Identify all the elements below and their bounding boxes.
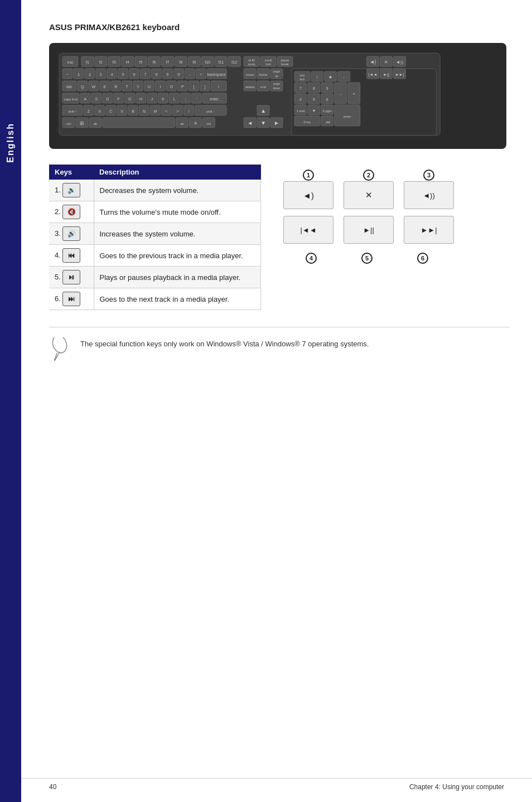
svg-text:ctrl: ctrl <box>66 122 71 125</box>
svg-text:0: 0 <box>178 73 180 76</box>
content-section: Keys Description 1. 🔉Decreases the syste… <box>49 165 510 310</box>
diagram-cell-3: 3 ◄)) <box>404 181 454 209</box>
svg-text:>: > <box>176 109 178 113</box>
svg-text:enter: enter <box>210 97 219 101</box>
diagram-icon-6: ►►| <box>420 226 437 234</box>
svg-text:-: - <box>340 91 341 96</box>
note-section: The special function keys only work on W… <box>49 327 510 366</box>
svg-text:<: < <box>165 109 167 113</box>
diagram-icon-5: ►|| <box>363 226 374 234</box>
svg-text:/: / <box>188 109 189 113</box>
svg-text:P: P <box>181 85 184 89</box>
svg-text:caps lock: caps lock <box>64 98 78 101</box>
svg-text:I: I <box>160 85 161 89</box>
svg-text:3 pgm: 3 pgm <box>322 109 332 113</box>
table-row: 5. ⏯Plays or pauses playback in a media … <box>49 267 261 288</box>
svg-text:1: 1 <box>78 73 80 76</box>
svg-text:/: / <box>317 75 318 79</box>
mute-icon: 🔇 <box>62 205 80 219</box>
svg-text:ctrl: ctrl <box>206 122 211 125</box>
keyboard-image: esc f1 f2 f3 f4 f5 f6 f7 f8 f9 f10 f11 <box>49 43 506 149</box>
table-cell-description: Turns the volume's mute mode on/off. <box>94 201 261 223</box>
svg-text:tab: tab <box>66 85 72 89</box>
svg-text:D: D <box>106 97 109 101</box>
svg-text:lock: lock <box>265 62 271 66</box>
svg-text:shift ↑: shift ↑ <box>68 110 77 113</box>
note-icon <box>49 337 71 366</box>
footer-page-num: 40 <box>49 783 56 791</box>
svg-text:4: 4 <box>299 98 302 102</box>
svg-text:alt: alt <box>94 122 98 125</box>
svg-text:f4: f4 <box>126 60 129 64</box>
table-cell-num: 4. ⏮ <box>49 245 94 267</box>
svg-text:home: home <box>259 73 268 76</box>
svg-text:4: 4 <box>111 73 113 76</box>
keyboard-svg: esc f1 f2 f3 f4 f5 f6 f7 f8 f9 f10 f11 <box>58 52 497 138</box>
diagram-label-1: 1 <box>303 170 314 181</box>
table-cell-description: Goes to the previous track in a media pl… <box>94 245 261 267</box>
pen-icon <box>49 337 70 362</box>
svg-text:scroll: scroll <box>265 59 272 62</box>
svg-text:Z: Z <box>88 109 90 113</box>
svg-text:C: C <box>109 109 112 113</box>
svg-text:esc: esc <box>67 60 74 64</box>
diagram-cell-1: 1 ◄) <box>283 181 333 209</box>
svg-text:6: 6 <box>326 98 328 102</box>
svg-text:F: F <box>118 97 120 101</box>
svg-text:f3: f3 <box>113 60 116 64</box>
svg-text:A: A <box>84 97 87 101</box>
keys-table: Keys Description 1. 🔉Decreases the syste… <box>49 165 261 310</box>
svg-text:▼: ▼ <box>260 120 266 126</box>
table-header-description: Description <box>94 165 261 180</box>
svg-text:f11: f11 <box>218 60 224 64</box>
table-row: 1. 🔉Decreases the system volume. <box>49 180 261 201</box>
table-cell-num: 1. 🔉 <box>49 180 94 201</box>
svg-text:page: page <box>273 70 280 73</box>
play-pause-icon: ⏯ <box>62 270 80 284</box>
svg-text:f5: f5 <box>139 60 143 64</box>
svg-text:Y: Y <box>137 85 139 89</box>
svg-text:8: 8 <box>313 86 315 90</box>
svg-text:▲: ▲ <box>260 108 266 114</box>
svg-text:end: end <box>260 85 266 89</box>
svg-text:down: down <box>273 86 280 90</box>
svg-text:shift ↑: shift ↑ <box>206 110 215 113</box>
svg-text:+: + <box>352 91 355 96</box>
svg-text:': ' <box>196 97 197 101</box>
svg-text:K: K <box>162 97 165 101</box>
table-cell-description: Plays or pauses playback in a media play… <box>94 267 261 288</box>
diagram-cell-2: 2 ✕ <box>344 181 394 209</box>
svg-text:=: = <box>200 73 202 76</box>
svg-text:slt lk/: slt lk/ <box>248 59 255 62</box>
vol-down-icon: 🔉 <box>62 183 80 197</box>
svg-text:f9: f9 <box>192 60 196 64</box>
svg-text:\: \ <box>218 85 219 89</box>
svg-text:★: ★ <box>328 75 332 80</box>
svg-text:6: 6 <box>133 73 136 76</box>
svg-text:9: 9 <box>326 86 328 90</box>
svg-text:O: O <box>170 85 173 89</box>
svg-text:S: S <box>95 97 98 101</box>
svg-text:Q: Q <box>81 85 84 89</box>
diagram-num-5: 5 <box>361 253 373 264</box>
svg-text:7: 7 <box>144 73 147 76</box>
svg-text:|◄◄: |◄◄ <box>369 73 378 77</box>
svg-text:G: G <box>128 97 131 101</box>
svg-text:f12: f12 <box>231 60 237 64</box>
svg-text:backspace: backspace <box>207 73 226 77</box>
diagram-num-6: 6 <box>417 253 428 264</box>
vol-up-icon: 🔊 <box>62 226 80 241</box>
svg-text:H: H <box>139 97 142 101</box>
svg-text:7: 7 <box>299 86 302 90</box>
next-track-icon: ⏭ <box>62 292 80 306</box>
svg-text:]: ] <box>204 85 205 89</box>
table-cell-description: Goes to the next track in a media player… <box>94 288 261 310</box>
svg-text:0 ins: 0 ins <box>304 120 311 124</box>
svg-text:R: R <box>114 85 117 89</box>
svg-text:pause: pause <box>281 59 289 62</box>
diagram-icon-2: ✕ <box>365 190 373 200</box>
svg-text:f7: f7 <box>166 60 170 64</box>
svg-text:J: J <box>151 97 153 101</box>
svg-text:9: 9 <box>167 73 169 76</box>
svg-text:f6: f6 <box>153 60 156 64</box>
